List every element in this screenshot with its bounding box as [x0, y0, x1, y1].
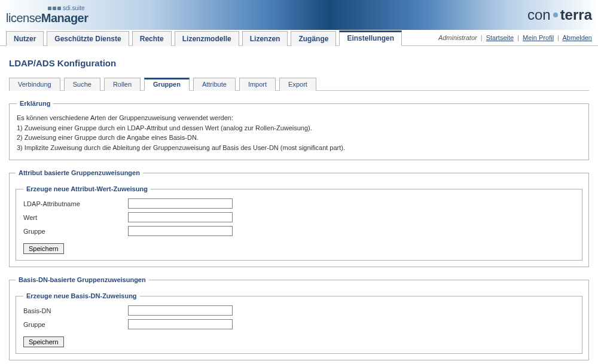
value-label: Wert: [23, 214, 128, 221]
save-button[interactable]: Speichern: [23, 243, 64, 254]
group-label-2: Gruppe: [23, 321, 128, 328]
save-button-2[interactable]: Speichern: [23, 337, 64, 347]
group-label: Gruppe: [23, 228, 128, 235]
link-home[interactable]: Startseite: [486, 34, 514, 41]
current-user-label: Administrator: [438, 34, 477, 41]
nav-tab-nutzer[interactable]: Nutzer: [6, 31, 44, 46]
group-input[interactable]: [128, 226, 233, 236]
value-input[interactable]: [128, 212, 233, 222]
group-input-2[interactable]: [128, 319, 233, 329]
nav-tab-rechte[interactable]: Rechte: [132, 31, 172, 46]
form-row: Gruppe: [23, 226, 575, 236]
attribute-group-fieldset: Attribut basierte Gruppenzuweisungen Erz…: [9, 169, 589, 267]
brand-dot-icon: [553, 13, 558, 17]
link-logout[interactable]: Abmelden: [562, 34, 592, 41]
page-title: LDAP/ADS Konfiguration: [9, 58, 589, 68]
form-row: Wert: [23, 212, 575, 222]
header-banner: sdi.suite licenseManager conterra: [0, 0, 598, 30]
nav-tab-dienste[interactable]: Geschützte Dienste: [47, 31, 129, 46]
new-basedn-fieldset: Erzeuge neue Basis-DN-Zuweisung Basis-DN…: [16, 292, 582, 354]
sub-tab-attribute[interactable]: Attribute: [193, 78, 236, 91]
nav-tab-einstellungen[interactable]: Einstellungen: [339, 30, 402, 46]
brand-suffix: terra: [560, 7, 592, 23]
top-right-links: Administrator | Startseite | Mein Profil…: [432, 31, 598, 44]
basedn-label: Basis-DN: [23, 307, 128, 314]
link-separator: |: [557, 34, 559, 41]
sub-tab-verbindung[interactable]: Verbindung: [9, 78, 60, 91]
explanation-legend: Erklärung: [17, 100, 53, 107]
suite-text: sdi.suite: [63, 5, 85, 11]
sub-tab-gruppen[interactable]: Gruppen: [144, 78, 190, 91]
sub-nav: Verbindung Suche Rollen Gruppen Attribut…: [9, 77, 589, 91]
form-row: LDAP-Attributname: [23, 198, 575, 209]
explanation-line2: 2) Zuweisung einer Gruppe durch die Anga…: [17, 133, 581, 143]
suite-label: sdi.suite: [48, 5, 85, 11]
link-separator: |: [481, 34, 483, 41]
explanation-line3: 3) Implizite Zuweisung durch die Ableitu…: [17, 143, 581, 153]
attribute-group-legend: Attribut basierte Gruppenzuweisungen: [16, 169, 143, 176]
explanation-intro: Es können verschiedene Arten der Gruppen…: [17, 113, 581, 123]
new-attr-value-legend: Erzeuge neue Attribut-Wert-Zuweisung: [23, 185, 151, 192]
new-attr-value-fieldset: Erzeuge neue Attribut-Wert-Zuweisung LDA…: [16, 185, 582, 261]
new-basedn-legend: Erzeuge neue Basis-DN-Zuweisung: [23, 292, 140, 299]
sub-tab-import[interactable]: Import: [239, 78, 276, 91]
basedn-group-legend: Basis-DN-basierte Gruppenzuweisungen: [16, 276, 149, 283]
brand-prefix: con: [527, 7, 551, 23]
brand-logo: conterra: [527, 7, 592, 23]
product-bold: Manager: [41, 11, 89, 25]
page-content: LDAP/ADS Konfiguration Verbindung Suche …: [0, 46, 598, 364]
link-separator: |: [517, 34, 519, 41]
sub-tab-rollen[interactable]: Rollen: [104, 78, 141, 91]
nav-tab-lizenzen[interactable]: Lizenzen: [242, 31, 288, 46]
suite-dots-icon: [48, 7, 61, 10]
explanation-fieldset: Erklärung Es können verschiedene Arten d…: [9, 100, 589, 160]
ldap-attr-name-label: LDAP-Attributname: [23, 200, 128, 207]
basedn-input[interactable]: [128, 305, 233, 316]
product-name: licenseManager: [6, 11, 89, 25]
main-nav: Nutzer Geschützte Dienste Rechte Lizenzm…: [0, 30, 598, 46]
basedn-group-fieldset: Basis-DN-basierte Gruppenzuweisungen Erz…: [9, 276, 589, 360]
ldap-attr-name-input[interactable]: [128, 198, 233, 209]
nav-tab-zugaenge[interactable]: Zugänge: [291, 31, 336, 46]
form-row: Basis-DN: [23, 305, 575, 316]
product-prefix: license: [6, 11, 41, 25]
sub-tab-export[interactable]: Export: [279, 78, 316, 91]
explanation-line1: 1) Zuweisung einer Gruppe durch ein LDAP…: [17, 123, 581, 133]
form-row: Gruppe: [23, 319, 575, 329]
banner-left: sdi.suite licenseManager: [6, 5, 89, 25]
explanation-text: Es können verschiedene Arten der Gruppen…: [17, 113, 581, 152]
link-profile[interactable]: Mein Profil: [523, 34, 554, 41]
nav-tab-lizenzmodelle[interactable]: Lizenzmodelle: [175, 31, 239, 46]
sub-tab-suche[interactable]: Suche: [64, 78, 100, 91]
